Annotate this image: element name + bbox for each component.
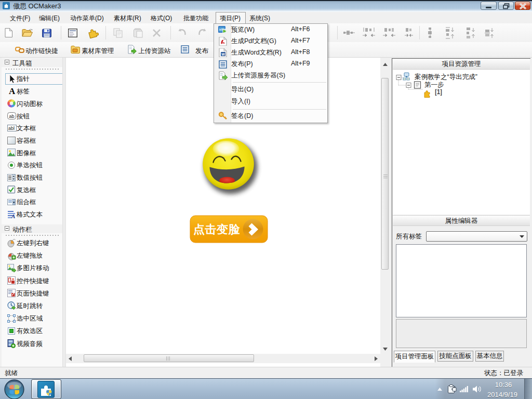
svg-text:ab: ab <box>9 114 15 119</box>
svg-text:W: W <box>221 52 225 56</box>
svg-text:A: A <box>11 213 15 219</box>
svg-text:点击变脸: 点击变脸 <box>193 223 241 236</box>
svg-text:abl: abl <box>8 126 15 131</box>
